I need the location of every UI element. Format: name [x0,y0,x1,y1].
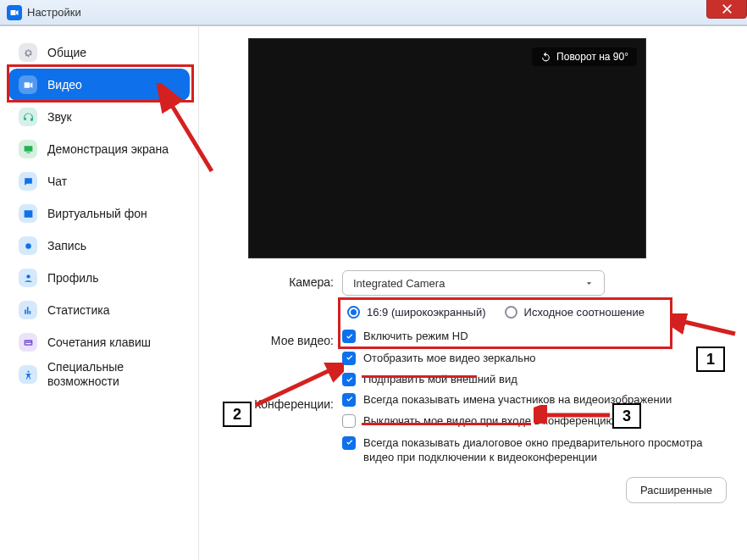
sidebar-item-accessibility[interactable]: Специальные возможности [8,358,190,391]
sidebar-item-label: Статистика [47,303,110,318]
svg-point-1 [26,274,30,278]
sidebar-item-record[interactable]: Запись [8,230,190,262]
checkbox-hd[interactable]: Включить режим HD [342,329,706,344]
sidebar-item-label: Виртуальный фон [47,207,147,221]
label-camera: Камера: [219,270,334,324]
video-icon [19,75,37,94]
record-icon [19,236,37,255]
app-icon [7,5,22,20]
radio-16-9[interactable]: 16:9 (широкоэкранный) [347,306,486,319]
checkbox-label: Включить режим HD [363,329,468,344]
checkbox-preview-dialog[interactable]: Всегда показывать диалоговое окно предва… [342,435,706,465]
checkbox-label: Подправить мой внешний вид [363,372,517,387]
keyboard-icon [19,333,37,352]
sidebar-item-label: Запись [47,239,86,253]
radio-label: Исходное соотношение [524,306,645,319]
chevron-down-icon [584,279,594,288]
checkbox-mirror[interactable]: Отобразить мое видео зеркально [342,351,706,366]
chat-icon [19,172,37,191]
sidebar-item-keyboard[interactable]: Сочетания клавиш [8,326,190,358]
background-icon [19,204,37,223]
checkbox-icon [342,373,356,386]
share-screen-icon [19,140,37,158]
sidebar-item-label: Профиль [47,271,98,286]
checkbox-icon [342,436,356,450]
checkbox-label: Всегда показывать диалоговое окно предва… [363,435,706,465]
svg-point-0 [25,243,31,249]
checkbox-label: Всегда показывать имена участников на ви… [363,392,672,408]
checkbox-icon [342,393,356,407]
aspect-ratio-group: 16:9 (широкоэкранный) Исходное соотношен… [342,302,727,324]
sidebar-item-background[interactable]: Виртуальный фон [8,197,190,230]
window-body: Общие Видео Звук Демонстрация экрана Чат… [0,25,747,560]
sidebar-item-chat[interactable]: Чат [8,165,190,197]
camera-select-value: Integrated Camera [353,277,445,290]
rotate-label: Поворот на 90° [556,51,628,63]
sidebar-item-label: Чат [47,175,67,189]
checkbox-icon [342,352,356,365]
sidebar-item-profile[interactable]: Профиль [8,262,190,294]
sidebar: Общие Видео Звук Демонстрация экрана Чат… [0,26,199,560]
sidebar-item-label: Демонстрация экрана [47,142,169,157]
label-myvideo: Мое видео: [219,329,334,387]
checkbox-mute-video[interactable]: Выключать мое видео при входе в конферен… [342,413,706,429]
checkbox-touchup[interactable]: Подправить мой внешний вид [342,372,706,387]
profile-icon [19,269,37,287]
rotate-button[interactable]: Поворот на 90° [532,47,637,66]
headphones-icon [19,108,37,126]
checkbox-icon [342,414,356,428]
rotate-icon [540,52,551,63]
titlebar: Настройки [0,0,747,25]
sidebar-item-video[interactable]: Видео [8,69,190,101]
window-title: Настройки [27,6,81,19]
sidebar-item-label: Специальные возможности [47,360,180,389]
video-preview: Поворот на 90° [248,38,646,258]
radio-original[interactable]: Исходное соотношение [505,306,645,319]
sidebar-item-stats[interactable]: Статистика [8,294,190,326]
checkbox-show-names[interactable]: Всегда показывать имена участников на ви… [342,392,706,408]
svg-rect-2 [24,340,32,346]
sidebar-item-audio[interactable]: Звук [8,101,190,133]
checkbox-label: Выключать мое видео при входе в конферен… [363,413,614,429]
sidebar-item-label: Звук [47,110,72,125]
svg-point-3 [27,370,29,372]
sidebar-item-label: Сочетания клавиш [47,335,151,350]
camera-select[interactable]: Integrated Camera [342,270,605,296]
sidebar-item-general[interactable]: Общие [8,36,190,69]
checkbox-icon [342,330,356,343]
content-pane: Поворот на 90° Камера: Integrated Camera… [199,26,747,560]
checkbox-label: Отобразить мое видео зеркально [363,351,536,366]
sidebar-item-label: Общие [47,46,86,60]
accessibility-icon [19,365,37,384]
stats-icon [19,301,37,319]
sidebar-item-share[interactable]: Демонстрация экрана [8,133,190,165]
sidebar-item-label: Видео [47,78,82,92]
label-meetings: Конференции: [219,392,334,465]
close-button[interactable] [706,0,747,19]
advanced-button[interactable]: Расширенные [626,477,727,503]
radio-label: 16:9 (широкоэкранный) [367,306,486,319]
gear-icon [19,43,37,62]
radio-icon [347,306,360,319]
radio-icon [505,306,517,319]
